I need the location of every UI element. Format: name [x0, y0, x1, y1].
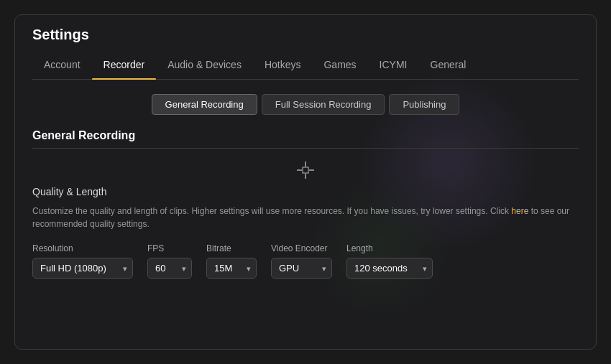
title-bar: Settings Account Recorder Audio & Device…	[15, 15, 596, 80]
sub-tab-publishing[interactable]: Publishing	[389, 94, 459, 115]
nav-tabs: Account Recorder Audio & Devices Hotkeys…	[32, 53, 579, 80]
controls-row: Resolution Full HD (1080p) HD (720p) 4K …	[32, 243, 579, 279]
length-dropdown-wrapper: 30 seconds 60 seconds 120 seconds 180 se…	[346, 258, 433, 279]
section-title: General Recording	[32, 129, 579, 149]
fps-dropdown-wrapper: 30 60 120	[147, 258, 192, 279]
recommended-settings-link[interactable]: here	[511, 206, 528, 216]
length-label: Length	[346, 243, 433, 253]
fps-label: FPS	[147, 243, 192, 253]
description: Customize the quality and length of clip…	[32, 205, 579, 230]
sub-tab-full-session[interactable]: Full Session Recording	[262, 94, 385, 115]
resolution-dropdown[interactable]: Full HD (1080p) HD (720p) 4K (2160p)	[32, 258, 133, 279]
settings-window: Settings Account Recorder Audio & Device…	[14, 14, 597, 350]
length-dropdown[interactable]: 30 seconds 60 seconds 120 seconds 180 se…	[346, 258, 433, 279]
bitrate-dropdown[interactable]: 5M 10M 15M 20M 30M	[206, 258, 257, 279]
tab-hotkeys[interactable]: Hotkeys	[253, 53, 313, 79]
resolution-control: Resolution Full HD (1080p) HD (720p) 4K …	[32, 243, 133, 279]
tab-audio-devices[interactable]: Audio & Devices	[156, 53, 253, 79]
encoder-label: Video Encoder	[271, 243, 332, 253]
crosshair-icon	[32, 160, 579, 180]
tab-recorder[interactable]: Recorder	[92, 53, 157, 79]
svg-rect-4	[303, 167, 308, 173]
resolution-label: Resolution	[32, 243, 133, 253]
encoder-control: Video Encoder GPU CPU	[271, 243, 332, 279]
sub-tabs: General Recording Full Session Recording…	[32, 94, 579, 115]
sub-tab-general-recording[interactable]: General Recording	[152, 94, 257, 115]
encoder-dropdown[interactable]: GPU CPU	[271, 258, 332, 279]
tab-games[interactable]: Games	[312, 53, 367, 79]
encoder-dropdown-wrapper: GPU CPU	[271, 258, 332, 279]
tab-account[interactable]: Account	[32, 53, 92, 79]
fps-dropdown[interactable]: 30 60 120	[147, 258, 192, 279]
tab-general[interactable]: General	[419, 53, 478, 79]
length-control: Length 30 seconds 60 seconds 120 seconds…	[346, 243, 433, 279]
bitrate-dropdown-wrapper: 5M 10M 15M 20M 30M	[206, 258, 257, 279]
tab-icymi[interactable]: ICYMI	[368, 53, 419, 79]
subsection-title: Quality & Length	[32, 186, 579, 197]
main-content: General Recording Full Session Recording…	[15, 80, 596, 349]
fps-control: FPS 30 60 120	[147, 243, 192, 279]
bitrate-control: Bitrate 5M 10M 15M 20M 30M	[206, 243, 257, 279]
bitrate-label: Bitrate	[206, 243, 257, 253]
resolution-dropdown-wrapper: Full HD (1080p) HD (720p) 4K (2160p)	[32, 258, 133, 279]
window-title: Settings	[32, 27, 579, 43]
description-text-1: Customize the quality and length of clip…	[32, 206, 511, 216]
